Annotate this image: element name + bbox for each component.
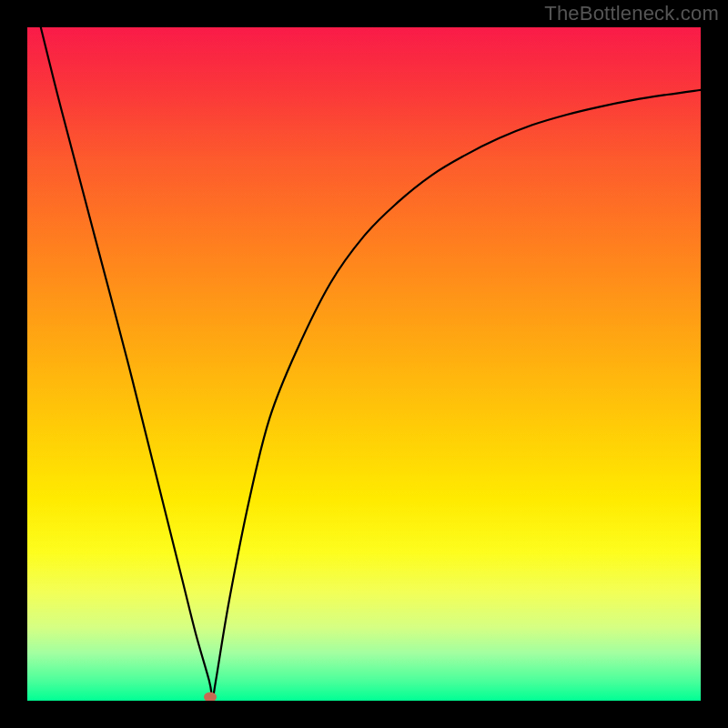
chart-frame: TheBottleneck.com xyxy=(0,0,728,728)
watermark-text: TheBottleneck.com xyxy=(544,2,719,25)
plot-area xyxy=(27,27,701,701)
curve-svg xyxy=(27,27,701,701)
bottleneck-curve xyxy=(41,27,701,697)
optimal-point-marker xyxy=(204,693,217,701)
